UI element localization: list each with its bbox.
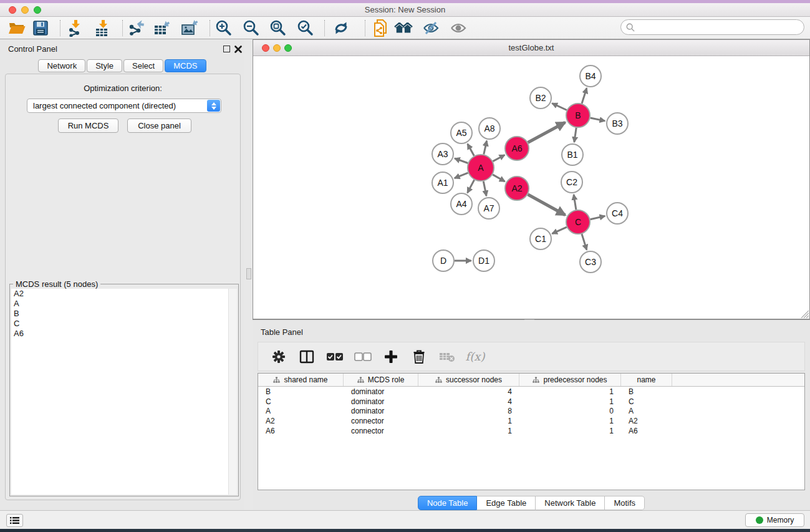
cell-successor-nodes[interactable]: 4	[418, 397, 519, 406]
cell-predecessor-nodes[interactable]: 1	[519, 397, 621, 406]
result-item[interactable]: A2	[11, 289, 228, 299]
graph-node-D[interactable]: D	[433, 250, 454, 271]
tab-select[interactable]: Select	[123, 59, 163, 72]
graph-edge-A-A4[interactable]	[468, 180, 475, 193]
column-header-shared-name[interactable]: shared name	[258, 374, 344, 386]
cell-predecessor-nodes[interactable]: 1	[519, 427, 621, 435]
cell-name[interactable]: C	[621, 397, 672, 406]
graph-node-D1[interactable]: D1	[473, 250, 494, 271]
tab-mcds[interactable]: MCDS	[165, 59, 206, 72]
zoom-in-icon[interactable]	[215, 19, 233, 37]
table-row-A6[interactable]: A6connector11A6	[258, 426, 804, 436]
show-columns-icon[interactable]	[297, 348, 316, 365]
graph-node-B4[interactable]: B4	[580, 65, 601, 87]
graph-edge-C-C3[interactable]	[582, 234, 587, 250]
deselect-all-columns-icon[interactable]	[354, 348, 372, 365]
minimize-window-button[interactable]	[21, 6, 29, 14]
refresh-layout-icon[interactable]	[332, 19, 350, 37]
graph-node-A5[interactable]: A5	[451, 122, 472, 143]
graph-edge-A6-B[interactable]	[528, 122, 566, 142]
network-canvas[interactable]: B4B2BB3A5A8A6B1A3AA1C2A2A4A7C4CC1C3DD1	[253, 56, 809, 319]
cell-shared-name[interactable]: A6	[258, 427, 344, 435]
open-session-icon[interactable]	[7, 19, 26, 37]
zoom-fit-icon[interactable]	[269, 19, 287, 37]
add-column-icon[interactable]	[382, 348, 400, 365]
function-builder-icon[interactable]: f(x)	[466, 348, 485, 365]
cell-successor-nodes[interactable]: 4	[418, 387, 519, 396]
graph-node-A4[interactable]: A4	[451, 193, 472, 215]
tab-node-table[interactable]: Node Table	[418, 496, 478, 510]
cell-MCDS-role[interactable]: connector	[344, 427, 418, 435]
tab-edge-table[interactable]: Edge Table	[477, 496, 536, 510]
minimize-view-button[interactable]	[273, 44, 281, 52]
graph-node-C3[interactable]: C3	[580, 251, 601, 273]
close-view-button[interactable]	[262, 44, 269, 52]
new-network-from-selection-icon[interactable]	[371, 19, 390, 37]
graph-node-A2[interactable]: A2	[505, 177, 529, 200]
import-network-icon[interactable]	[66, 19, 85, 37]
graph-edge-B-B4[interactable]	[582, 88, 587, 104]
show-all-icon[interactable]	[449, 19, 468, 37]
graph-edge-A-A6[interactable]	[493, 155, 504, 162]
network-graph[interactable]: B4B2BB3A5A8A6B1A3AA1C2A2A4A7C4CC1C3DD1	[253, 56, 809, 319]
result-item[interactable]: B	[11, 309, 228, 319]
column-header-predecessor-nodes[interactable]: predecessor nodes	[519, 374, 621, 386]
graph-node-B[interactable]: B	[566, 104, 590, 127]
graph-edge-A-A2[interactable]	[493, 175, 505, 181]
tab-network-table[interactable]: Network Table	[536, 496, 605, 510]
graph-node-C1[interactable]: C1	[530, 228, 551, 249]
graph-node-A8[interactable]: A8	[479, 118, 500, 139]
result-item[interactable]: A	[11, 299, 228, 309]
graph-edge-A-A3[interactable]	[455, 158, 468, 163]
graph-edge-A-A5[interactable]	[468, 144, 475, 156]
cell-MCDS-role[interactable]: dominator	[344, 387, 418, 396]
optimization-select[interactable]: largest connected component (directed)	[27, 99, 221, 113]
cell-MCDS-role[interactable]: dominator	[344, 407, 418, 415]
table-row-B[interactable]: Bdominator41B	[258, 387, 804, 397]
result-item[interactable]: C	[11, 319, 228, 329]
tab-network[interactable]: Network	[38, 59, 85, 72]
zoom-view-button[interactable]	[284, 44, 292, 52]
close-panel-button[interactable]: Close panel	[127, 118, 191, 133]
graph-edge-B-B2[interactable]	[552, 104, 567, 110]
save-session-icon[interactable]	[31, 19, 50, 37]
export-table-icon[interactable]	[153, 19, 172, 37]
graph-node-B1[interactable]: B1	[562, 144, 583, 165]
float-panel-icon[interactable]	[223, 46, 230, 52]
table-row-A[interactable]: Adominator80A	[258, 406, 804, 416]
table-settings-gear-icon[interactable]	[269, 348, 288, 365]
hide-selected-icon[interactable]	[422, 19, 440, 37]
cell-successor-nodes[interactable]: 8	[418, 407, 519, 415]
cell-shared-name[interactable]: C	[258, 397, 344, 406]
graph-node-A6[interactable]: A6	[505, 137, 529, 160]
cell-shared-name[interactable]: A	[258, 407, 344, 415]
graph-node-A7[interactable]: A7	[478, 198, 499, 219]
task-history-button[interactable]	[6, 514, 23, 527]
graph-edge-C-C2[interactable]	[574, 195, 576, 210]
graph-node-B2[interactable]: B2	[530, 87, 551, 109]
cell-predecessor-nodes[interactable]: 1	[519, 417, 621, 425]
result-scrollbar[interactable]	[228, 289, 237, 495]
search-input[interactable]	[638, 22, 799, 32]
cell-shared-name[interactable]: B	[258, 387, 344, 396]
graph-edge-B-B3[interactable]	[591, 118, 605, 121]
zoom-window-button[interactable]	[34, 6, 41, 14]
graph-edge-A-A7[interactable]	[483, 181, 486, 196]
close-window-button[interactable]	[9, 6, 16, 14]
cell-name[interactable]: B	[621, 387, 672, 396]
graph-node-A1[interactable]: A1	[432, 172, 453, 193]
cell-MCDS-role[interactable]: connector	[344, 417, 418, 425]
graph-edge-C-C4[interactable]	[591, 216, 605, 219]
cell-successor-nodes[interactable]: 1	[418, 427, 519, 435]
export-network-icon[interactable]	[127, 19, 146, 37]
mcds-result-list[interactable]: A2ABCA6	[11, 289, 228, 495]
zoom-selected-icon[interactable]	[296, 19, 315, 37]
memory-button[interactable]: Memory	[745, 513, 804, 527]
cell-predecessor-nodes[interactable]: 0	[519, 407, 621, 415]
graph-edge-C-C1[interactable]	[552, 227, 567, 234]
column-header-MCDS-role[interactable]: MCDS role	[344, 374, 418, 386]
graph-node-C[interactable]: C	[566, 210, 590, 234]
result-item[interactable]: A6	[11, 329, 228, 339]
cell-name[interactable]: A	[621, 407, 672, 415]
graph-node-A3[interactable]: A3	[432, 143, 453, 165]
